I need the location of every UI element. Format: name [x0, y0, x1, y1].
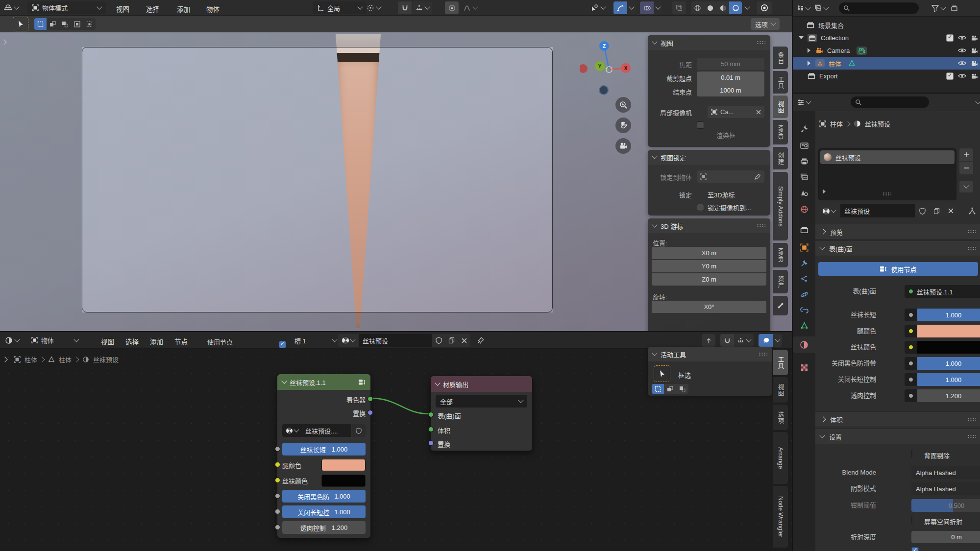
- select-mode-invert-button[interactable]: [71, 18, 83, 30]
- outliner-row-collection[interactable]: Collection: [793, 31, 980, 44]
- clip-start-field[interactable]: 0.01 m: [697, 72, 764, 84]
- tab-constraints[interactable]: [793, 303, 815, 317]
- select-mode-new-button[interactable]: [34, 18, 47, 30]
- socket-input-length[interactable]: [275, 446, 280, 452]
- overlays-dropdown[interactable]: [654, 1, 662, 14]
- add-slot-button[interactable]: [959, 148, 973, 161]
- socket-displacement-output[interactable]: [368, 410, 373, 415]
- settings-panel-header[interactable]: 设置: [815, 429, 980, 444]
- socket-chip[interactable]: [905, 341, 917, 354]
- node-tree-button[interactable]: [965, 204, 979, 217]
- collection-enable-checkbox[interactable]: [946, 72, 954, 80]
- fake-user-button[interactable]: [915, 204, 929, 217]
- output-target-dropdown[interactable]: 全部: [436, 395, 527, 407]
- eye-icon[interactable]: [958, 73, 966, 79]
- select-mode-subtract-button[interactable]: [59, 18, 71, 30]
- socket-input-length-control[interactable]: [275, 509, 280, 514]
- socket-chip[interactable]: [905, 325, 917, 337]
- select-mode-subtract-button[interactable]: [676, 384, 688, 394]
- sidebar-tab-simply-addons[interactable]: Simply Addons: [773, 172, 788, 240]
- proportional-edit-toggle[interactable]: [445, 1, 459, 14]
- focal-field[interactable]: 50 mm: [697, 58, 764, 70]
- visibility-dropdown[interactable]: [590, 1, 605, 14]
- collection-enable-checkbox[interactable]: [946, 34, 954, 42]
- sidebar-tab-item[interactable]: 条目: [773, 47, 788, 69]
- slot-specials-dropdown[interactable]: [959, 181, 973, 192]
- blend-mode-dropdown[interactable]: Alpha Hashed: [911, 466, 980, 479]
- shadow-mode-dropdown[interactable]: Alpha Hashed: [911, 482, 980, 495]
- active-tool-header[interactable]: 活动工具: [648, 347, 772, 361]
- xray-toggle[interactable]: [672, 1, 686, 14]
- options-button[interactable]: 选项: [751, 18, 780, 30]
- unlink-material-button[interactable]: [944, 204, 957, 217]
- clip-threshold-slider[interactable]: 0.500: [911, 499, 980, 512]
- clear-icon[interactable]: [756, 110, 761, 115]
- list-resize-grip[interactable]: [882, 192, 891, 196]
- camera-visibility-icon[interactable]: [971, 73, 978, 79]
- nodegroup-fake-user-button[interactable]: [352, 424, 366, 437]
- select-mode-intersect-button[interactable]: [83, 18, 96, 30]
- backface-checkbox[interactable]: [911, 450, 912, 458]
- eye-icon[interactable]: [958, 60, 966, 66]
- preview-panel-header[interactable]: 预览: [815, 224, 980, 240]
- use-nodes-button[interactable]: 使用节点: [818, 262, 978, 276]
- view-lock-header[interactable]: 视图锁定: [648, 150, 770, 165]
- sidebar-tab-mmd[interactable]: MMD: [773, 120, 788, 144]
- stocking-color-swatch[interactable]: [917, 341, 980, 354]
- tab-particles[interactable]: [793, 272, 815, 286]
- breadcrumb-material[interactable]: 丝袜预设: [865, 119, 890, 128]
- mode-dropdown[interactable]: 物体模式: [27, 1, 106, 14]
- socket-input-leg-color[interactable]: [275, 462, 280, 467]
- camera-visibility-icon[interactable]: [971, 35, 978, 41]
- render-preview-button[interactable]: [757, 1, 772, 14]
- snap-target-dropdown[interactable]: [413, 1, 432, 14]
- filter-dropdown-icon[interactable]: [975, 98, 980, 104]
- tab-tool[interactable]: [793, 122, 815, 136]
- outliner-row-scene[interactable]: 场景集合: [793, 19, 980, 31]
- node-header[interactable]: 材质输出: [431, 376, 532, 392]
- menu-view[interactable]: 视图: [116, 4, 129, 14]
- breadcrumb-object[interactable]: 柱体: [830, 119, 843, 128]
- node-tab-view[interactable]: 视图: [773, 377, 788, 403]
- node-group-stocking[interactable]: 丝袜预设.1.1 着色器 置换 丝袜预设.... 丝袜长短1.000: [277, 374, 371, 538]
- menu-select[interactable]: 选择: [146, 4, 159, 14]
- disclosure-down-icon[interactable]: [799, 36, 804, 39]
- editor-type-button[interactable]: [4, 3, 19, 12]
- box-select-tool-button[interactable]: [654, 365, 670, 382]
- sidebar-tab-rigging[interactable]: [773, 296, 788, 315]
- pan-button[interactable]: [615, 118, 631, 133]
- node-tab-tool[interactable]: 工具: [773, 350, 788, 375]
- panel-grip-icon[interactable]: [759, 352, 767, 356]
- local-camera-checkbox[interactable]: [697, 121, 704, 129]
- cursor-rx-field[interactable]: X0°: [652, 301, 766, 313]
- snap-toggle[interactable]: [398, 1, 412, 14]
- cursor-y-field[interactable]: Y0 m: [652, 260, 766, 272]
- menu-add[interactable]: 添加: [150, 336, 163, 346]
- tab-texture[interactable]: [793, 360, 815, 375]
- refraction-depth-field[interactable]: 0 m: [911, 531, 980, 543]
- overlays-toggle[interactable]: [640, 1, 654, 14]
- outliner-search-input[interactable]: [839, 2, 919, 14]
- zoom-button[interactable]: [615, 97, 631, 113]
- socket-shader-output[interactable]: [368, 396, 373, 402]
- editor-type-button[interactable]: [797, 98, 810, 106]
- node-input-slider[interactable]: 丝袜长短1.000: [282, 443, 366, 455]
- navigation-gizmo[interactable]: Z Y X: [580, 38, 638, 97]
- length-control-slider[interactable]: 1.000: [917, 373, 980, 386]
- node-header[interactable]: 丝袜预设.1.1: [277, 374, 370, 390]
- node-input-slider[interactable]: 透肉控制1.200: [282, 521, 366, 534]
- node-snap-target-dropdown[interactable]: [734, 334, 754, 347]
- sidebar-tab-asset[interactable]: 资产: [773, 270, 788, 293]
- panel-grip-icon[interactable]: [967, 246, 976, 250]
- slot-dropdown[interactable]: 槽 1: [290, 334, 341, 347]
- shading-material-button[interactable]: [716, 1, 729, 14]
- camera-view-button[interactable]: [615, 138, 631, 154]
- stocking-color-swatch[interactable]: [321, 475, 366, 487]
- pivot-dropdown[interactable]: [367, 1, 381, 14]
- menu-object[interactable]: 物体: [206, 4, 220, 14]
- disclosure-right-icon[interactable]: [808, 48, 810, 53]
- node-input-slider[interactable]: 关闭黑色防1.000: [282, 490, 366, 503]
- socket-chip[interactable]: [905, 373, 917, 386]
- menu-select[interactable]: 选择: [125, 336, 139, 346]
- pin-button[interactable]: [474, 334, 487, 347]
